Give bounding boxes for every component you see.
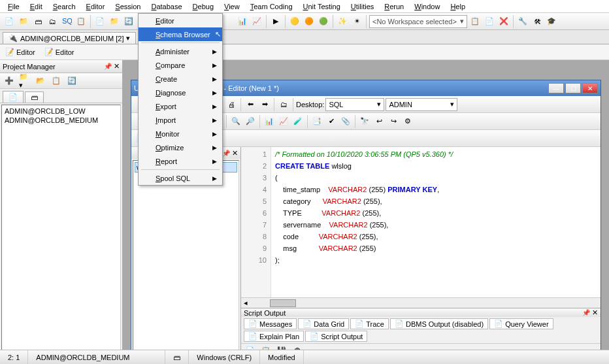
- copy-icon[interactable]: 📋: [50, 74, 63, 88]
- db-menu-compare[interactable]: Compare▶: [139, 58, 222, 72]
- close-icon[interactable]: ✕: [232, 149, 238, 157]
- connection-item[interactable]: ADMIN@ORCLDB_MEDIUM: [3, 116, 119, 125]
- toolbar-btn[interactable]: 📈: [250, 15, 263, 28]
- toolbar-btn[interactable]: ❌: [497, 15, 510, 28]
- db-menu-spool-sql[interactable]: Spool SQL▶: [139, 171, 222, 185]
- toolbar-btn[interactable]: 🧪: [291, 115, 304, 128]
- menu-help[interactable]: Help: [445, 1, 470, 12]
- toolbar-btn[interactable]: ➡: [258, 98, 271, 111]
- pin-icon[interactable]: 📌: [222, 150, 230, 157]
- pin-icon[interactable]: 📌: [582, 309, 590, 316]
- toolbar-btn[interactable]: ✨: [336, 15, 349, 28]
- toolbar-btn[interactable]: 📈: [277, 115, 290, 128]
- code-text[interactable]: /* Formatted on 10/10/2020 3:06:55 PM (Q…: [271, 147, 457, 297]
- menu-session[interactable]: Session: [110, 1, 146, 12]
- menu-team-coding[interactable]: Team Coding: [245, 1, 298, 12]
- output-tab-trace[interactable]: 📄Trace: [350, 318, 389, 329]
- db-menu-optimize[interactable]: Optimize▶: [139, 141, 222, 154]
- toolbar-btn[interactable]: 📊: [263, 115, 276, 128]
- toolbar-btn[interactable]: 📁: [17, 15, 30, 28]
- db-menu-import[interactable]: Import▶: [139, 113, 222, 127]
- object-tree[interactable]: wlslog: [133, 160, 239, 352]
- output-tab-explain-plan[interactable]: 📄Explain Plan: [244, 331, 304, 342]
- db-menu-monitor[interactable]: Monitor▶: [139, 127, 222, 141]
- editor-button-2[interactable]: 📝 Editor: [42, 46, 77, 58]
- db-menu-editor[interactable]: Editor: [139, 14, 222, 27]
- output-tab-messages[interactable]: 📄Messages: [244, 318, 297, 329]
- connection-list[interactable]: ADMIN@ORCLDB_LOWADMIN@ORCLDB_MEDIUM: [1, 105, 121, 364]
- toolbar-btn[interactable]: 🔄: [122, 15, 135, 28]
- minimize-button[interactable]: —: [548, 83, 564, 93]
- toolbar-btn[interactable]: 📑: [310, 115, 323, 128]
- refresh-icon[interactable]: 🔄: [65, 74, 78, 88]
- toolbar-btn[interactable]: 📄: [483, 15, 496, 28]
- toolbar-btn[interactable]: 📄: [3, 15, 16, 28]
- toolbar-btn[interactable]: 🔧: [516, 15, 529, 28]
- close-icon[interactable]: ✕: [592, 308, 598, 316]
- menu-file[interactable]: File: [3, 1, 25, 12]
- binoculars-icon[interactable]: 🔭: [358, 115, 371, 128]
- session-tab[interactable]: 🔌 ADMIN@ORCLDB_MEDIUM [2] ▾: [3, 32, 136, 44]
- menu-edit[interactable]: Edit: [25, 1, 48, 12]
- db-menu-export[interactable]: Export▶: [139, 99, 222, 113]
- toolbar-btn[interactable]: ↪: [387, 115, 400, 128]
- toolbar-btn[interactable]: 📁: [108, 15, 121, 28]
- toolbar-btn[interactable]: ⬅: [244, 98, 257, 111]
- output-tab-data-grid[interactable]: 📄Data Grid: [298, 318, 349, 329]
- toolbar-btn[interactable]: 🎓: [545, 15, 558, 28]
- toolbar-btn[interactable]: 🟠: [303, 15, 316, 28]
- menu-editor[interactable]: Editor: [81, 1, 110, 12]
- close-icon[interactable]: ✕: [114, 62, 120, 70]
- toolbar-btn[interactable]: 🟡: [288, 15, 301, 28]
- menu-debug[interactable]: Debug: [188, 1, 219, 12]
- pin-icon[interactable]: 📌: [104, 63, 112, 70]
- add-icon[interactable]: ➕: [3, 74, 16, 88]
- toolbar-btn[interactable]: 📎: [339, 115, 352, 128]
- pm-tab[interactable]: 🗃: [25, 91, 44, 103]
- toolbar-btn[interactable]: ▶: [269, 15, 282, 28]
- toolbar-btn[interactable]: 🗃: [31, 15, 44, 28]
- connection-item[interactable]: ADMIN@ORCLDB_LOW: [3, 107, 119, 116]
- toolbar-btn[interactable]: 🛠: [531, 15, 544, 28]
- toolbar-btn[interactable]: 📋: [469, 15, 482, 28]
- menu-window[interactable]: Window: [409, 1, 445, 12]
- toolbar-btn[interactable]: ✴: [350, 15, 363, 28]
- folder-icon[interactable]: 📁▾: [18, 74, 31, 88]
- toolbar-btn[interactable]: 🔎: [244, 115, 257, 128]
- code-editor[interactable]: 12345678910 /* Formatted on 10/10/2020 3…: [241, 147, 601, 297]
- menu-database[interactable]: Database: [146, 1, 187, 12]
- toolbar-btn[interactable]: 📄: [93, 15, 107, 28]
- output-tab-query-viewer[interactable]: 📄Query Viewer: [489, 318, 553, 329]
- toolbar-btn[interactable]: 📊: [236, 15, 249, 28]
- menu-unit-testing[interactable]: Unit Testing: [298, 1, 346, 12]
- toolbar-btn[interactable]: 📋: [74, 15, 88, 28]
- toolbar-btn[interactable]: 🔍: [229, 115, 242, 128]
- toolbar-btn[interactable]: ✔: [325, 115, 338, 128]
- db-menu-create[interactable]: Create▶: [139, 72, 222, 86]
- toolbar-btn[interactable]: 🗂: [46, 15, 59, 28]
- folder2-icon[interactable]: 📂: [34, 74, 47, 88]
- workspace-combo[interactable]: <No Workspace selected>▾: [369, 15, 467, 28]
- schema-combo[interactable]: ADMIN▾: [386, 98, 457, 111]
- editor-button-1[interactable]: 📝 Editor: [3, 46, 38, 58]
- output-tab-script-output[interactable]: 📄Script Output: [305, 331, 367, 342]
- db-menu-administer[interactable]: Administer▶: [139, 44, 222, 58]
- db-menu-diagnose[interactable]: Diagnose▶: [139, 86, 222, 99]
- toolbar-btn[interactable]: ↩: [372, 115, 386, 128]
- menu-view[interactable]: View: [219, 1, 245, 12]
- horizontal-scrollbar[interactable]: ◂: [241, 297, 601, 308]
- dropdown-icon[interactable]: ▾: [126, 34, 130, 42]
- pm-tab[interactable]: 📄: [3, 91, 24, 103]
- sql-icon[interactable]: SQL: [60, 15, 73, 28]
- menu-search[interactable]: Search: [48, 1, 81, 12]
- maximize-button[interactable]: ☐: [565, 83, 581, 93]
- menu-rerun[interactable]: Rerun: [379, 1, 409, 12]
- db-menu-report[interactable]: Report▶: [139, 154, 222, 168]
- db-menu-schema-browser[interactable]: Schema Browser↖: [139, 27, 222, 41]
- desktop-combo[interactable]: SQL▾: [325, 98, 384, 111]
- output-tab-dbms-output-disabled-[interactable]: 📄DBMS Output (disabled): [390, 318, 488, 329]
- toolbar-btn[interactable]: 🟢: [317, 15, 330, 28]
- close-button[interactable]: ✕: [582, 83, 598, 93]
- menu-utilities[interactable]: Utilities: [346, 1, 379, 12]
- print-icon[interactable]: 🖨: [225, 98, 238, 111]
